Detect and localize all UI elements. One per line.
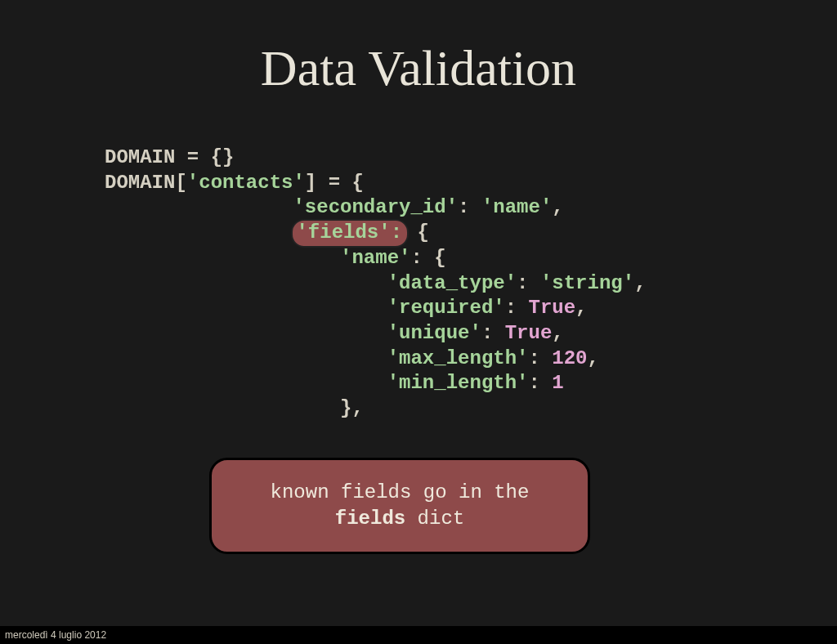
code-number: 120 xyxy=(552,347,587,369)
callout-line-2: fields dict xyxy=(335,506,464,532)
code-string: 'name' xyxy=(340,247,410,269)
code-number: 1 xyxy=(552,372,563,394)
code-text: , xyxy=(552,322,563,344)
code-text: , xyxy=(634,272,646,294)
code-text: : xyxy=(458,196,481,218)
code-string: 'required' xyxy=(387,297,505,319)
code-text: DOMAIN xyxy=(105,146,175,168)
code-text: : xyxy=(528,347,552,369)
code-line-2: DOMAIN['contacts'] = { xyxy=(105,172,364,194)
code-line-5: 'name': { xyxy=(105,247,446,269)
code-text: { xyxy=(405,221,429,244)
footer-bar: mercoledì 4 luglio 2012 xyxy=(0,626,837,644)
fields-highlight: 'fields': xyxy=(291,219,409,248)
code-line-10: 'min_length': 1 xyxy=(105,372,564,394)
callout-bold: fields xyxy=(335,508,405,530)
code-text: , xyxy=(575,297,587,319)
code-string: 'secondary_id' xyxy=(293,196,458,218)
code-string: 'name' xyxy=(481,196,552,218)
callout-box: known fields go in the fields dict xyxy=(209,458,590,554)
code-text: : xyxy=(517,272,540,294)
code-text: : xyxy=(481,322,505,344)
code-text: [ xyxy=(175,172,186,194)
code-line-1: DOMAIN = {} xyxy=(105,146,234,168)
code-const: True xyxy=(529,297,576,319)
code-text: : xyxy=(528,372,552,394)
code-string: 'contacts' xyxy=(187,172,305,194)
code-text: ] = { xyxy=(305,172,364,194)
code-line-11: }, xyxy=(105,397,364,419)
code-line-6: 'data_type': 'string', xyxy=(105,272,647,294)
code-string: 'fields': xyxy=(296,221,402,244)
callout-line-1: known fields go in the xyxy=(271,480,530,506)
code-text: = {} xyxy=(175,146,234,168)
code-text: : { xyxy=(410,247,445,269)
code-string: 'data_type' xyxy=(387,272,517,294)
code-line-4: 'fields': { xyxy=(105,221,429,244)
code-string: 'unique' xyxy=(387,322,481,344)
code-line-9: 'max_length': 120, xyxy=(105,347,599,369)
footer-date: mercoledì 4 luglio 2012 xyxy=(5,629,106,641)
callout-text: dict xyxy=(405,508,464,530)
code-string: 'string' xyxy=(540,272,634,294)
slide-title: Data Validation xyxy=(0,0,837,97)
code-const: True xyxy=(505,322,553,344)
code-string: 'max_length' xyxy=(387,347,529,369)
code-string: 'min_length' xyxy=(387,372,529,394)
code-line-7: 'required': True, xyxy=(105,297,588,319)
code-text: , xyxy=(588,347,599,369)
code-block: DOMAIN = {} DOMAIN['contacts'] = { 'seco… xyxy=(105,145,647,422)
slide: Data Validation DOMAIN = {} DOMAIN['cont… xyxy=(0,0,837,644)
code-text: : xyxy=(505,297,529,319)
code-line-8: 'unique': True, xyxy=(105,322,564,344)
code-line-3: 'secondary_id': 'name', xyxy=(105,196,564,218)
code-text: }, xyxy=(340,397,364,419)
code-text: DOMAIN xyxy=(105,172,175,194)
code-text: , xyxy=(552,196,563,218)
